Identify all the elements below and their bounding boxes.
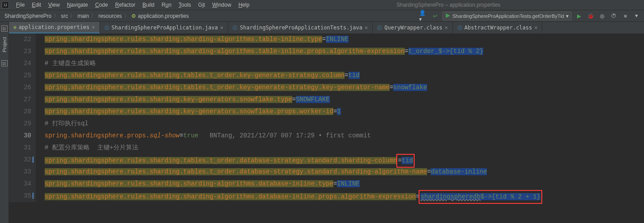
expand-icon[interactable]: ▸ <box>632 12 641 21</box>
editor-tab[interactable]: ⒸShardingSphereProApplication.java× <box>100 22 229 33</box>
chevron-icon: 〉 <box>53 12 59 19</box>
line-number[interactable]: 31 <box>14 142 31 154</box>
code-line[interactable]: spring.shardingsphere.rules.sharding.key… <box>45 106 542 118</box>
crumb-root[interactable]: ShardingSpherePro <box>3 12 53 20</box>
debug-button[interactable]: 🐞 <box>586 12 595 21</box>
run-configuration-label: ShardingSphereProApplicationTests.getOrd… <box>453 13 564 19</box>
crumb-resources[interactable]: resources <box>96 12 124 20</box>
profile-button[interactable]: ⏱ <box>609 12 618 21</box>
chevron-down-icon: ▾ <box>566 13 569 19</box>
line-number[interactable]: 29 <box>14 118 31 130</box>
back-icon[interactable]: ↩ <box>431 12 440 21</box>
editor-area: ⚙application.properties×ⒸShardingSphereP… <box>9 22 644 223</box>
menu-tools[interactable]: Tools <box>175 0 195 9</box>
code-line[interactable]: spring.shardingsphere.rules.sharding.sha… <box>45 45 542 58</box>
line-number[interactable]: 27 <box>14 94 31 106</box>
tab-label: QueryWrapper.class <box>384 25 442 31</box>
app-logo: IJ <box>2 1 9 8</box>
chevron-icon: 〉 <box>70 12 75 19</box>
code-line[interactable]: spring.shardingsphere.rules.sharding.sha… <box>45 190 542 202</box>
menu-view[interactable]: View <box>45 0 63 9</box>
tab-label: application.properties <box>19 24 90 30</box>
menu-run[interactable]: Run <box>158 0 175 9</box>
editor-tabs: ⚙application.properties×ⒸShardingSphereP… <box>9 22 644 33</box>
chevron-icon: 〉 <box>124 12 129 19</box>
line-number[interactable]: 28 <box>14 106 31 118</box>
run-configuration-selector[interactable]: ⯈ ShardingSphereProApplicationTests.getO… <box>442 12 572 21</box>
editor-tab[interactable]: ⒸAbstractWrapper.class× <box>453 22 543 33</box>
code-line[interactable]: spring.shardingsphere.props.sql-show=tru… <box>45 130 542 142</box>
menu-build[interactable]: Build <box>139 0 158 9</box>
file-type-icon: Ⓒ <box>104 25 109 31</box>
line-number[interactable]: 30 <box>14 130 31 142</box>
menu-navigate[interactable]: Navigate <box>63 0 91 9</box>
menubar: IJ File Edit View Navigate Code Refactor… <box>0 0 644 10</box>
menu-git[interactable]: Git <box>195 0 208 9</box>
crumb-src[interactable]: src <box>59 12 70 20</box>
close-icon[interactable]: × <box>445 25 448 31</box>
file-type-icon: Ⓒ <box>377 25 382 31</box>
menu-file[interactable]: File <box>12 0 28 9</box>
line-number[interactable]: 24 <box>14 58 31 70</box>
code-line[interactable]: spring.shardingsphere.rules.sharding.tab… <box>45 154 542 166</box>
left-toolwindow-bar: ▥ Project ▤ <box>0 22 9 223</box>
stop-button: ■ <box>621 12 630 21</box>
code-line[interactable]: # 主键盘生成策略 <box>45 58 542 70</box>
close-icon[interactable]: × <box>534 25 537 31</box>
line-number[interactable]: 23 <box>14 45 31 58</box>
tab-label: ShardingSphereProApplicationTests.java <box>240 25 362 31</box>
line-number[interactable]: 22 <box>14 33 31 45</box>
navbar: ShardingSpherePro〉 src〉 main〉 resources〉… <box>0 10 644 22</box>
code-line[interactable]: spring.shardingsphere.rules.sharding.sha… <box>45 178 542 190</box>
line-number[interactable]: 34 <box>14 178 31 190</box>
menu-edit[interactable]: Edit <box>28 0 45 9</box>
vcs-annotation: BNTang, 2021/12/07 007 17:29 • first com… <box>210 132 371 139</box>
code-line[interactable]: spring.shardingsphere.rules.sharding.tab… <box>45 166 542 178</box>
file-type-icon: Ⓒ <box>457 25 462 31</box>
line-number[interactable]: 26 <box>14 82 31 94</box>
menu-help[interactable]: Help <box>235 0 253 9</box>
file-type-icon: ⚙ <box>13 25 17 30</box>
close-icon[interactable]: × <box>365 25 368 31</box>
code-line[interactable]: # 打印执行sql <box>45 118 542 130</box>
editor-tab[interactable]: ⒸQueryWrapper.class× <box>373 22 453 33</box>
line-number[interactable]: 33 <box>14 166 31 178</box>
project-tool-label[interactable]: Project <box>2 37 7 52</box>
code-line[interactable]: spring.shardingsphere.rules.sharding.tab… <box>45 70 542 82</box>
structure-tool-icon[interactable]: ▤ <box>1 60 8 66</box>
gutter: 2223242526272829303132333435 <box>9 33 36 202</box>
menu-refactor[interactable]: Refactor <box>112 0 139 9</box>
tab-label: AbstractWrapper.class <box>465 25 532 31</box>
chevron-icon: 〉 <box>91 12 96 19</box>
crumb-main[interactable]: main <box>75 12 91 20</box>
close-icon[interactable]: × <box>92 24 95 30</box>
users-icon[interactable]: 👤▾ <box>419 12 428 21</box>
run-button[interactable]: ▶ <box>574 12 583 21</box>
line-number[interactable]: 25 <box>14 70 31 82</box>
crumb-file[interactable]: ⚙application.properties <box>129 12 191 20</box>
tab-label: ShardingSphereProApplication.java <box>112 25 218 31</box>
code-editor[interactable]: 2223242526272829303132333435 spring.shar… <box>9 33 644 202</box>
code-line[interactable]: spring.shardingsphere.rules.sharding.sha… <box>45 33 542 45</box>
code-lines[interactable]: spring.shardingsphere.rules.sharding.sha… <box>36 33 542 202</box>
project-tool-icon[interactable]: ▥ <box>1 25 8 32</box>
code-line[interactable]: spring.shardingsphere.rules.sharding.key… <box>45 94 542 106</box>
editor-tab[interactable]: ⒸShardingSphereProApplicationTests.java× <box>228 22 373 33</box>
breadcrumb: ShardingSpherePro〉 src〉 main〉 resources〉… <box>3 12 191 20</box>
line-number[interactable]: 32 <box>14 154 31 166</box>
navbar-right: 👤▾ ↩ ⯈ ShardingSphereProApplicationTests… <box>419 12 641 21</box>
test-icon: ⯈ <box>445 13 451 19</box>
close-icon[interactable]: × <box>220 25 223 31</box>
editor-tab[interactable]: ⚙application.properties× <box>9 22 100 33</box>
coverage-button[interactable]: ◎ <box>598 12 607 21</box>
highlight-box: shardingspheredb$->{tid % 2 + 1} <box>419 190 542 204</box>
line-number[interactable]: 35 <box>14 190 31 202</box>
window-title: ShardingSpherePro – application.properti… <box>253 2 644 8</box>
menu-window[interactable]: Window <box>208 0 235 9</box>
file-type-icon: Ⓒ <box>233 25 237 31</box>
code-line[interactable]: spring.shardingsphere.rules.sharding.tab… <box>45 82 542 94</box>
menu-code[interactable]: Code <box>91 0 112 9</box>
properties-file-icon: ⚙ <box>131 13 136 19</box>
code-line[interactable]: # 配置分库策略 主键+分片算法 <box>45 142 542 154</box>
